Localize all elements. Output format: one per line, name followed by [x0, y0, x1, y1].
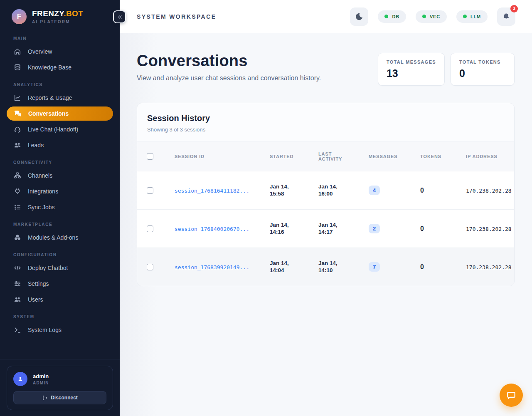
sidebar-item-label: Deploy Chatbot: [28, 265, 68, 271]
stats-cards: TOTAL MESSAGES 13 TOTAL TOKENS 0: [378, 53, 515, 86]
brand-name: FRENZY.BOT: [32, 9, 83, 18]
nav-section-system: SYSTEM: [0, 307, 120, 322]
sidebar-item-conversations[interactable]: Conversations: [7, 106, 113, 121]
brand-logo: F FRENZY.BOT AI PLATFORM: [0, 0, 120, 27]
chat-bubble-icon: [506, 390, 517, 401]
sidebar: F FRENZY.BOT AI PLATFORM MAIN Overview K…: [0, 0, 120, 416]
table-row[interactable]: session_176840020670... Jan 14, 14:16 Ja…: [137, 209, 514, 248]
people-icon: [13, 141, 21, 149]
session-history-card: Session History Showing 3 of 3 sessions …: [137, 103, 515, 286]
page-title: Conversations: [137, 52, 321, 70]
line-chart-icon: [13, 94, 21, 102]
sidebar-item-channels[interactable]: Channels: [0, 168, 120, 183]
green-dot-icon: [384, 15, 388, 18]
workspace-label: SYSTEM WORKSPACE: [137, 13, 216, 20]
sidebar-item-integrations[interactable]: Integrations: [0, 183, 120, 199]
page-content: Conversations View and analyze user chat…: [120, 33, 532, 416]
sidebar-nav: MAIN Overview Knowledge Base ANALYTICS R…: [0, 27, 120, 359]
code-icon: [13, 264, 21, 272]
chat-widget-button[interactable]: [500, 384, 523, 407]
sidebar-item-modules-addons[interactable]: Modules & Add-ons: [0, 230, 120, 245]
messages-count-badge: 4: [369, 186, 380, 195]
row-checkbox[interactable]: [147, 264, 153, 270]
sidebar-item-knowledge-base[interactable]: Knowledge Base: [0, 59, 120, 75]
users-icon: [13, 296, 21, 304]
green-dot-icon: [463, 15, 467, 18]
sidebar-item-live-chat-handoff[interactable]: Live Chat (Handoff): [0, 121, 120, 137]
nav-section-connectivity: CONNECTIVITY: [0, 153, 120, 168]
sidebar-item-label: Overview: [28, 48, 52, 55]
sidebar-item-label: Leads: [28, 142, 44, 149]
sidebar-footer: admin ADMIN Disconnect: [0, 359, 120, 416]
session-id-link[interactable]: session_176839920149...: [175, 264, 249, 270]
sidebar-item-system-logs[interactable]: System Logs: [0, 322, 120, 338]
sidebar-item-users[interactable]: Users: [0, 292, 120, 307]
row-checkbox[interactable]: [147, 225, 153, 232]
status-badge-label: LLM: [470, 14, 481, 19]
started-cell: Jan 14, 14:16: [270, 222, 297, 236]
plug-icon: [13, 188, 21, 196]
sidebar-item-label: System Logs: [28, 327, 62, 333]
sidebar-item-label: Settings: [28, 280, 49, 287]
ip-address-cell: 170.238.202.28: [466, 264, 512, 270]
brand-name-primary: FRENZY: [32, 9, 64, 18]
checklist-icon: [13, 203, 21, 211]
table-row[interactable]: session_176816411182... Jan 14, 15:58 Ja…: [137, 171, 514, 209]
brand-avatar: F: [12, 9, 27, 24]
disconnect-label: Disconnect: [51, 395, 78, 401]
status-badge-llm: LLM: [456, 10, 488, 23]
session-id-link[interactable]: session_176840020670...: [175, 226, 249, 232]
sidebar-item-sync-jobs[interactable]: Sync Jobs: [0, 199, 120, 215]
select-all-checkbox[interactable]: [147, 153, 153, 160]
sidebar-item-label: Channels: [28, 172, 52, 179]
ip-address-cell: 170.238.202.28: [466, 188, 512, 194]
stat-value: 0: [459, 67, 506, 79]
table-row[interactable]: session_176839920149... Jan 14, 14:04 Ja…: [137, 248, 514, 286]
stat-card-total-messages: TOTAL MESSAGES 13: [378, 53, 445, 86]
brand-name-accent: .BOT: [64, 9, 83, 18]
sidebar-item-overview[interactable]: Overview: [0, 44, 120, 59]
session-history-title: Session History: [147, 114, 504, 123]
status-badge-vec: VEC: [416, 10, 447, 23]
stat-label: TOTAL MESSAGES: [387, 59, 436, 64]
theme-toggle-button[interactable]: [350, 7, 368, 26]
status-badge-db: DB: [378, 10, 406, 23]
sidebar-collapse-button[interactable]: [113, 10, 126, 23]
terminal-icon: [13, 326, 21, 334]
sidebar-item-label: Knowledge Base: [28, 64, 71, 71]
disconnect-button[interactable]: Disconnect: [13, 391, 106, 404]
notification-count-badge: 3: [510, 5, 518, 12]
page-subtitle: View and analyze user chat sessions and …: [137, 74, 321, 82]
column-header-messages: MESSAGES: [369, 154, 420, 159]
tokens-cell: 0: [420, 263, 424, 270]
started-cell: Jan 14, 14:04: [270, 260, 297, 274]
row-checkbox[interactable]: [147, 187, 153, 194]
session-id-link[interactable]: session_176816411182...: [175, 188, 249, 194]
status-badge-label: VEC: [430, 14, 440, 19]
last-activity-cell: Jan 14, 14:10: [318, 260, 346, 274]
brand-tagline: AI PLATFORM: [32, 20, 83, 24]
sidebar-item-settings[interactable]: Settings: [0, 276, 120, 292]
table-body: session_176816411182... Jan 14, 15:58 Ja…: [137, 171, 514, 286]
sidebar-item-leads[interactable]: Leads: [0, 137, 120, 153]
column-header-started: STARTED: [270, 154, 318, 159]
table-header-row: SESSION ID STARTED LAST ACTIVITY MESSAGE…: [137, 141, 514, 171]
chat-bubbles-icon: [14, 110, 22, 118]
last-activity-cell: Jan 14, 14:17: [318, 222, 346, 236]
nav-section-analytics: ANALYTICS: [0, 75, 120, 90]
column-header-session-id: SESSION ID: [175, 154, 270, 159]
sidebar-item-reports-usage[interactable]: Reports & Usage: [0, 90, 120, 106]
last-activity-cell: Jan 14, 16:00: [318, 183, 346, 198]
user-card: admin ADMIN Disconnect: [7, 366, 113, 410]
chevrons-left-icon: [117, 14, 123, 20]
nav-section-marketplace: MARKETPLACE: [0, 215, 120, 230]
sidebar-item-label: Conversations: [28, 110, 69, 117]
sidebar-item-deploy-chatbot[interactable]: Deploy Chatbot: [0, 260, 120, 276]
column-header-ip-address: IP ADDRESS: [466, 154, 514, 159]
user-avatar: [13, 372, 27, 386]
logout-icon: [42, 395, 47, 401]
tokens-cell: 0: [420, 187, 424, 194]
sidebar-item-label: Reports & Usage: [28, 94, 72, 101]
session-history-count: Showing 3 of 3 sessions: [147, 126, 504, 133]
bell-icon: [502, 12, 510, 21]
